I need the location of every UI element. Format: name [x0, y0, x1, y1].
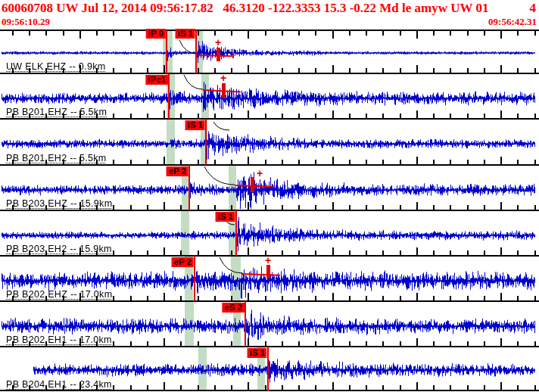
- phase-pick-line[interactable]: [168, 73, 170, 119]
- phase-pick-line[interactable]: [245, 301, 246, 347]
- phase-pick-line[interactable]: [194, 256, 195, 301]
- phase-pick-label[interactable]: iPc1: [145, 75, 168, 85]
- trace-label: UW ELK EHZ -- 0.9km: [6, 61, 105, 72]
- phase-pick-label[interactable]: iP 0: [146, 29, 166, 39]
- amplitude-cross-marker: +: [255, 169, 264, 178]
- trace-label: PB B204 EH1 -- 23.4km: [6, 379, 112, 390]
- phase-pick-line[interactable]: [166, 30, 167, 73]
- trace-label: PB B201 EHZ -- 5.5km: [6, 107, 107, 117]
- amplitude-bar[interactable]: [222, 83, 226, 98]
- amplitude-line-end-tick: [232, 52, 234, 58]
- phase-pick-line[interactable]: [195, 30, 197, 73]
- amplitude-bar[interactable]: [217, 48, 220, 61]
- amplitude-cross-marker: +: [213, 38, 223, 47]
- phase-pick-label[interactable]: iS 1: [176, 29, 195, 39]
- phase-pick-line[interactable]: [205, 119, 207, 165]
- waveform-canvas[interactable]: [0, 0, 539, 392]
- trace-label: PB B202 EH1 -- 17.0km: [6, 334, 112, 345]
- phase-pick-line[interactable]: [188, 165, 190, 210]
- amplitude-bar[interactable]: [266, 265, 270, 278]
- phase-pick-label[interactable]: eS 2: [222, 303, 245, 313]
- amplitude-cross-marker: +: [263, 256, 273, 265]
- trace-label: PB B201 EH2 -- 5.5km: [6, 153, 106, 163]
- seismogram-picker-window: 60060708 UW Jul 12, 2014 09:56:17.82 46.…: [0, 0, 539, 392]
- trace-label: PB B202 EHZ -- 17.0km: [6, 289, 112, 300]
- phase-pick-label[interactable]: eP 2: [167, 166, 188, 176]
- phase-pick-label[interactable]: iS 1: [216, 212, 235, 222]
- phase-pick-line[interactable]: [235, 210, 237, 256]
- amplitude-bar[interactable]: [251, 177, 254, 192]
- trace-label: PB B203 EH2 -- 15.9km: [6, 244, 112, 254]
- phase-pick-label[interactable]: eP 2: [172, 257, 194, 267]
- phase-pick-line[interactable]: [267, 347, 269, 391]
- phase-pick-label[interactable]: iS 1: [248, 348, 267, 358]
- phase-pick-label[interactable]: iS 1: [185, 120, 205, 130]
- amplitude-cross-marker: +: [219, 73, 228, 82]
- trace-label: PB B203 EHZ -- 15.9km: [6, 198, 112, 209]
